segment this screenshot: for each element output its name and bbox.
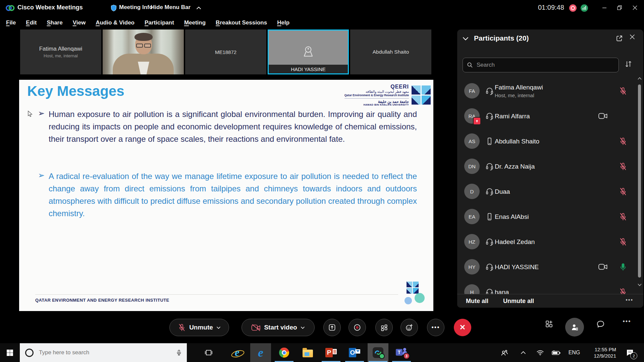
taskbar-app-internet-explorer[interactable]: e xyxy=(227,343,248,362)
mic-muted-icon[interactable] xyxy=(619,187,627,196)
menu-item[interactable]: File xyxy=(6,19,16,26)
taskbar-app-outlook[interactable]: O xyxy=(344,343,365,362)
close-window-button[interactable] xyxy=(629,3,641,13)
more-options-icon[interactable]: ••• xyxy=(626,297,633,303)
menu-item[interactable]: Participant xyxy=(145,19,174,26)
cortana-icon xyxy=(25,349,34,357)
action-center-button[interactable]: 2 xyxy=(621,343,639,362)
pop-out-panel-icon[interactable] xyxy=(616,35,623,42)
close-panel-icon[interactable] xyxy=(630,34,635,40)
unmute-all-button[interactable]: Unmute all xyxy=(503,298,534,305)
mic-muted-icon[interactable] xyxy=(619,288,627,294)
video-tile-fatima[interactable]: Fatima Allenqawi Host, me, internal xyxy=(20,29,101,74)
taskbar-app-webex[interactable] xyxy=(368,343,388,362)
meeting-info-shield-icon xyxy=(110,4,117,12)
video-tile-abdullah[interactable]: Abdullah Shaito xyxy=(350,29,431,74)
tile-role: Host, me, internal xyxy=(44,53,78,58)
chat-panel-toggle[interactable] xyxy=(595,320,605,329)
menu-item[interactable]: Audio & Video xyxy=(96,19,135,26)
mic-on-icon[interactable] xyxy=(619,263,627,271)
video-tile-camera-feed[interactable] xyxy=(103,29,184,74)
battery-icon[interactable] xyxy=(549,343,564,362)
menu-item[interactable]: Share xyxy=(47,19,62,26)
chevron-down-icon[interactable] xyxy=(463,37,469,41)
participant-row[interactable]: HY HADI YASSINE xyxy=(457,254,643,280)
participant-name: Hadeel Zedan xyxy=(495,238,535,246)
participant-row[interactable]: EA Enas AlAbsi xyxy=(457,204,643,229)
mic-muted-icon[interactable] xyxy=(619,238,627,246)
meeting-info-button[interactable]: Meeting Info xyxy=(119,4,153,11)
chevron-down-icon[interactable] xyxy=(216,326,221,329)
teams-notification-badge: 3 xyxy=(403,353,410,359)
start-button[interactable] xyxy=(0,343,19,362)
participant-row[interactable]: D Duaa xyxy=(457,179,643,204)
people-tray-icon[interactable] xyxy=(497,343,512,362)
mute-all-button[interactable]: Mute all xyxy=(466,298,488,305)
participant-name: Rami Alfarra xyxy=(495,113,530,120)
share-content-button[interactable] xyxy=(323,319,341,336)
headset-icon xyxy=(485,187,494,196)
participant-row[interactable]: HZ Hadeel Zedan xyxy=(457,229,643,254)
menu-item[interactable]: Edit xyxy=(26,19,37,26)
tile-name: HADI YASSINE xyxy=(269,65,348,73)
participant-row[interactable]: FA Fatima Allenqawi Host, me, internal xyxy=(457,78,643,104)
video-tile-hadi-selected[interactable]: HADI YASSINE xyxy=(268,29,349,74)
apps-button[interactable] xyxy=(375,319,393,336)
participant-row[interactable]: RA Rami Alfarra xyxy=(457,104,643,129)
taskbar-search-input[interactable] xyxy=(38,349,171,356)
menu-item[interactable]: Help xyxy=(277,19,289,26)
taskbar-app-teams[interactable]: T 3 xyxy=(391,343,412,362)
video-feed xyxy=(103,29,184,74)
language-indicator[interactable]: ENG xyxy=(566,343,583,362)
taskbar-search-box[interactable] xyxy=(20,343,187,362)
participant-row[interactable]: H hana xyxy=(457,280,643,294)
taskbar-app-powerpoint[interactable]: P xyxy=(321,343,341,362)
more-panels-toggle[interactable]: ••• xyxy=(621,320,633,323)
wifi-icon[interactable] xyxy=(533,343,547,362)
chevron-up-icon[interactable] xyxy=(196,6,201,10)
mic-muted-icon[interactable] xyxy=(619,137,627,145)
taskbar-app-edge[interactable]: e xyxy=(250,343,271,362)
participant-row[interactable]: AS Abdullah Shaito xyxy=(457,129,643,154)
participants-panel-toggle-active[interactable] xyxy=(565,318,584,337)
mic-muted-icon[interactable] xyxy=(619,87,627,95)
scroll-down-icon[interactable] xyxy=(638,284,642,286)
search-input[interactable] xyxy=(476,61,614,69)
unmute-button[interactable]: Unmute xyxy=(169,319,229,336)
camera-on-icon xyxy=(598,113,607,119)
start-video-button[interactable]: Start video xyxy=(241,319,315,336)
app-title: Cisco Webex Meetings xyxy=(17,4,83,11)
taskbar-app-file-explorer[interactable] xyxy=(297,343,318,362)
menu-item[interactable]: Meeting xyxy=(184,19,206,26)
chevron-down-icon[interactable] xyxy=(301,326,305,329)
participant-row[interactable]: DN Dr. Azza Naija xyxy=(457,154,643,179)
dictation-mic-icon[interactable] xyxy=(176,349,182,356)
video-tile-me18872[interactable]: ME18872 xyxy=(185,29,266,74)
camera-off-icon xyxy=(251,324,261,331)
mic-muted-icon[interactable] xyxy=(619,213,627,221)
apps-panel-toggle[interactable] xyxy=(544,320,554,328)
minimize-button[interactable] xyxy=(599,3,610,13)
task-view-button[interactable] xyxy=(201,343,217,362)
record-button[interactable] xyxy=(348,319,366,336)
menu-item[interactable]: Breakout Sessions xyxy=(216,19,267,26)
more-options-button[interactable]: ••• xyxy=(427,319,444,336)
leave-meeting-button[interactable]: ✕ xyxy=(454,319,471,336)
scroll-up-icon[interactable] xyxy=(638,77,642,80)
headset-icon xyxy=(485,87,494,95)
webex-logo-icon xyxy=(5,4,15,12)
menu-item[interactable]: View xyxy=(73,19,86,26)
participant-search-box[interactable] xyxy=(463,58,619,72)
participants-list: FA Fatima Allenqawi Host, me, internal xyxy=(457,75,643,294)
mouse-cursor-icon xyxy=(27,111,33,117)
taskbar-app-chrome[interactable] xyxy=(274,343,294,362)
sort-participants-icon[interactable] xyxy=(624,60,632,68)
participants-panel: Participants (20) FA xyxy=(457,29,643,308)
taskbar-clock[interactable]: 12:55 PM 12/9/2021 xyxy=(585,343,616,362)
restore-button[interactable] xyxy=(614,3,625,13)
reactions-button[interactable] xyxy=(400,319,418,336)
scrollbar-thumb[interactable] xyxy=(638,84,641,278)
mic-muted-icon[interactable] xyxy=(619,162,627,171)
hide-menu-bar-button[interactable]: Hide Menu Bar xyxy=(151,4,191,11)
show-hidden-icons-chevron[interactable] xyxy=(517,343,530,362)
